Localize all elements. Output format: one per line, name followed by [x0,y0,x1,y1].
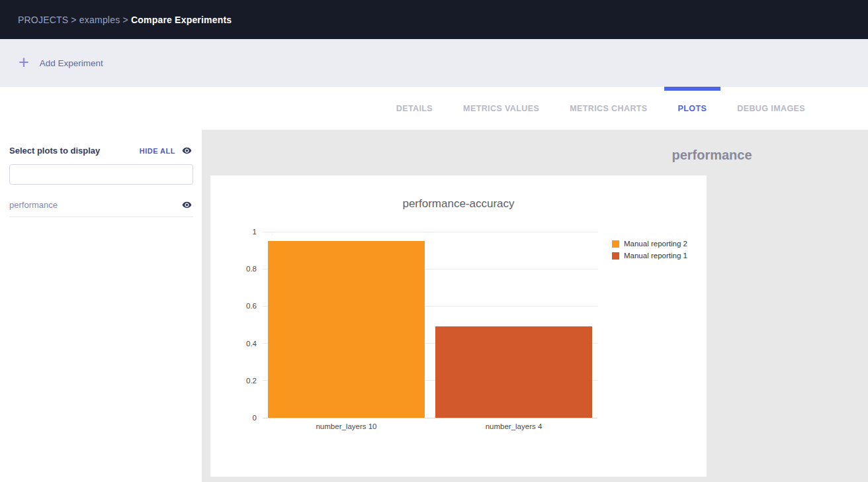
chart-legend: Manual reporting 2Manual reporting 1 [612,240,687,260]
plot-list: performance [9,195,193,217]
plot-group-title: performance [672,148,752,163]
plots-panel: performance performance-accuracy 00.20.4… [202,130,868,482]
tab-details[interactable]: DETAILS [382,87,447,130]
breadcrumb-item: Compare Experiments [131,15,232,25]
gridline [263,232,597,232]
x-tick-label: number_layers 4 [430,422,597,430]
add-experiment-label: Add Experiment [40,58,103,68]
toolbar: + Add Experiment [0,39,868,87]
bar-number_layers-4[interactable] [435,326,593,418]
plot-item-label: performance [9,200,58,210]
breadcrumb-separator: > [120,15,131,25]
legend-label: Manual reporting 2 [624,240,687,248]
eye-icon [181,146,193,156]
plot-filter-input[interactable] [9,164,193,185]
tab-bar: DETAILSMETRICS VALUESMETRICS CHARTSPLOTS… [0,87,868,130]
plus-icon: + [19,54,29,72]
tab-plots[interactable]: PLOTS [664,87,721,130]
tab-debug-images[interactable]: DEBUG IMAGES [723,87,819,130]
breadcrumb-item[interactable]: examples [79,15,120,25]
sidebar: Select plots to display HIDE ALL perform… [0,130,202,482]
chart-title: performance-accuracy [210,197,707,211]
y-tick-label: 0.4 [246,339,257,348]
bar-number_layers-10[interactable] [268,241,425,418]
hide-all-label: HIDE ALL [140,147,175,155]
tab-metrics-values[interactable]: METRICS VALUES [449,87,553,130]
y-tick-label: 0.6 [246,301,257,311]
legend-item[interactable]: Manual reporting 1 [612,252,687,260]
breadcrumb-item[interactable]: PROJECTS [18,15,68,25]
breadcrumb-bar: PROJECTS > examples > Compare Experiment… [0,0,868,39]
sidebar-header: Select plots to display HIDE ALL [9,146,193,156]
tab-metrics-charts[interactable]: METRICS CHARTS [556,87,661,130]
app: PROJECTS > examples > Compare Experiment… [0,0,868,482]
x-tick-label: number_layers 10 [263,422,430,430]
hide-all-button[interactable]: HIDE ALL [140,146,193,156]
legend-label: Manual reporting 1 [624,252,687,260]
sidebar-title: Select plots to display [9,146,100,156]
legend-swatch [612,252,619,260]
plot-list-item[interactable]: performance [9,195,193,217]
y-tick-label: 0.2 [246,376,257,385]
y-tick-label: 0.8 [246,264,257,273]
add-experiment-button[interactable]: + Add Experiment [19,55,103,72]
y-tick-label: 0 [253,413,257,422]
eye-icon[interactable] [181,200,193,210]
plot-area: 00.20.40.60.81number_layers 10number_lay… [263,232,597,418]
breadcrumb: PROJECTS > examples > Compare Experiment… [18,15,232,25]
breadcrumb-separator: > [68,15,79,25]
legend-item[interactable]: Manual reporting 2 [612,240,687,248]
plot-card: performance-accuracy 00.20.40.60.81numbe… [210,175,707,477]
y-tick-label: 1 [253,227,257,236]
content: Select plots to display HIDE ALL perform… [0,130,868,482]
legend-swatch [612,240,619,248]
